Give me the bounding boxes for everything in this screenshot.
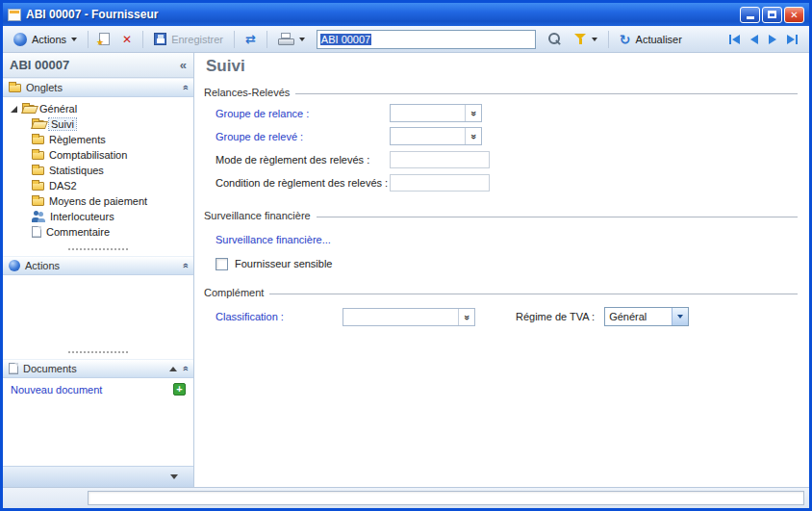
folder-icon [9, 84, 21, 92]
search-button[interactable] [543, 30, 567, 48]
actions-icon [9, 260, 20, 271]
tree-item-das2[interactable]: DAS2 [3, 178, 193, 193]
filter-icon [574, 33, 587, 45]
condition-reglement-label: Condition de règlement des relevés : [216, 177, 390, 189]
groupe-de-releve-combo[interactable]: » [390, 127, 482, 145]
page-title: Suivi [204, 57, 798, 78]
regime-tva-select[interactable]: Général [604, 307, 689, 326]
condition-reglement-row: Condition de règlement des relevés : [204, 173, 798, 192]
actions-label: Actions [32, 34, 66, 45]
surveillance-financiere-link[interactable]: Surveillance financière... [216, 234, 331, 245]
last-record-icon [787, 35, 795, 44]
refresh-button[interactable]: ↻ Actualiser [615, 32, 687, 47]
combo-dropdown-button[interactable]: » [465, 128, 481, 144]
filter-caret-icon [592, 38, 597, 41]
tree-item-general[interactable]: Général [3, 101, 193, 116]
save-button[interactable]: Enregistrer [149, 31, 228, 47]
group-caption-label: Relances-Relevés [204, 87, 290, 98]
actions-menu-button[interactable]: Actions [9, 31, 82, 48]
collapse-section-icon[interactable]: » [180, 86, 190, 90]
onglets-section-header[interactable]: Onglets » [3, 78, 193, 97]
first-record-icon [732, 35, 740, 44]
group-caption-label: Complément [204, 287, 264, 298]
tree-item-commentaire[interactable]: Commentaire [3, 224, 193, 240]
filter-button[interactable] [570, 31, 602, 47]
close-button[interactable]: ✕ [784, 7, 804, 23]
classification-combo[interactable]: » [343, 308, 475, 326]
tree-item-statistiques[interactable]: Statistiques [3, 163, 193, 178]
titlebar[interactable]: ABI 00007 - Fournisseur ✕ [3, 3, 809, 26]
regime-tva-value: Général [609, 311, 647, 322]
sidebar-bottom-strip[interactable] [3, 466, 193, 487]
group-caption-line [295, 93, 798, 94]
previous-record-button[interactable] [750, 35, 758, 44]
chevron-down-icon: » [469, 111, 479, 115]
tree-item-label: Interlocuteurs [50, 211, 114, 222]
expander-icon[interactable] [11, 106, 17, 113]
documents-section-header[interactable]: Documents » [3, 359, 193, 378]
search-value: ABI 00007 [320, 34, 371, 45]
sidebar: ABI 00007 « Onglets » Général Suivi [3, 53, 194, 487]
collapse-section-icon[interactable]: » [180, 367, 190, 371]
delete-button[interactable]: ✕ [117, 31, 137, 48]
window-controls: ✕ [740, 7, 804, 23]
star-icon: ★ [96, 38, 104, 47]
tree-item-moyens-de-paiement[interactable]: Moyens de paiement [3, 193, 193, 209]
tree-item-comptabilisation[interactable]: Comptabilisation [3, 147, 193, 163]
tree-item-reglements[interactable]: Règlements [3, 132, 193, 147]
sidebar-title: ABI 00007 [10, 58, 69, 72]
note-icon [32, 226, 41, 238]
add-document-button[interactable]: + [173, 383, 186, 396]
print-button[interactable] [273, 31, 310, 47]
open-folder-icon [32, 120, 44, 129]
section-separator [68, 248, 128, 250]
next-record-button[interactable] [769, 35, 776, 44]
sidebar-header: ABI 00007 « [3, 53, 193, 78]
actions-section-header[interactable]: Actions » [3, 256, 193, 275]
tree-item-label: Moyens de paiement [49, 195, 147, 207]
print-caret-icon [299, 38, 305, 41]
new-document-link[interactable]: Nouveau document [11, 384, 102, 396]
minimize-button[interactable] [740, 7, 760, 23]
section-separator [68, 351, 128, 353]
combo-dropdown-button[interactable]: » [458, 309, 474, 325]
folder-icon [32, 197, 44, 206]
toolbar-separator [234, 31, 235, 48]
group-caption-line [269, 294, 798, 294]
last-record-button[interactable] [787, 35, 798, 44]
next-record-icon [769, 35, 776, 44]
folder-icon [32, 151, 44, 160]
app-window: ABI 00007 - Fournisseur ✕ Actions ★ ✕ En… [0, 0, 812, 511]
new-record-icon: ★ [99, 33, 110, 45]
tree-item-label: Suivi [49, 118, 76, 130]
combo-dropdown-button[interactable]: » [465, 105, 481, 121]
surveillance-link-row: Surveillance financière... [204, 234, 798, 247]
sidebar-spacer [3, 275, 193, 345]
fournisseur-sensible-checkbox[interactable] [216, 258, 228, 270]
actions-icon [13, 33, 27, 46]
tree-item-interlocuteurs[interactable]: Interlocuteurs [3, 209, 193, 224]
first-record-button[interactable] [729, 35, 740, 44]
groupe-de-relance-combo[interactable]: » [390, 104, 482, 122]
maximize-icon [768, 11, 776, 18]
collapse-sidebar-icon[interactable]: « [180, 58, 187, 72]
toolbar: Actions ★ ✕ Enregistrer ⇄ ABI 00007 [3, 26, 809, 53]
documents-icon [9, 363, 18, 374]
select-dropdown-button[interactable] [672, 308, 688, 325]
new-record-button[interactable]: ★ [94, 31, 114, 47]
record-navigation [729, 35, 803, 44]
scroll-down-icon[interactable] [170, 474, 178, 479]
surveillance-group-caption: Surveillance financière [204, 209, 798, 222]
tree-item-suivi[interactable]: Suivi [3, 116, 193, 132]
app-icon [8, 9, 21, 21]
tree-item-label: Règlements [49, 134, 106, 145]
search-input[interactable]: ABI 00007 [317, 30, 536, 49]
collapse-section-icon[interactable]: » [180, 264, 190, 268]
tree-item-label: Général [39, 103, 77, 115]
sync-button[interactable]: ⇄ [241, 30, 261, 48]
maximize-button[interactable] [762, 7, 782, 23]
folder-icon [32, 136, 44, 144]
minimize-icon [747, 16, 754, 19]
scroll-up-icon[interactable] [169, 367, 177, 371]
delete-icon: ✕ [122, 33, 132, 46]
